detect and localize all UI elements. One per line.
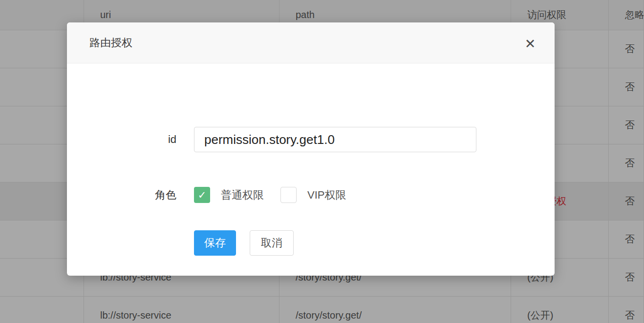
dialog-body: id 角色 ✓ 普通权限 VIP权限 保存 取消 bbox=[67, 63, 555, 275]
checkbox-vip-permission[interactable] bbox=[280, 187, 297, 203]
save-button[interactable]: 保存 bbox=[194, 230, 236, 256]
form-row-role: 角色 ✓ 普通权限 VIP权限 bbox=[67, 187, 555, 203]
checkbox-normal-permission-label[interactable]: 普通权限 bbox=[221, 188, 264, 202]
role-label: 角色 bbox=[67, 187, 176, 203]
role-options: ✓ 普通权限 VIP权限 bbox=[194, 187, 363, 203]
route-authorization-dialog: 路由授权 ✕ id 角色 ✓ 普通权限 VIP权限 保存 取消 bbox=[67, 22, 555, 276]
close-icon[interactable]: ✕ bbox=[519, 33, 541, 55]
cancel-button[interactable]: 取消 bbox=[250, 230, 294, 256]
dialog-title: 路由授权 bbox=[89, 22, 132, 63]
check-icon: ✓ bbox=[198, 190, 207, 200]
id-input[interactable] bbox=[194, 127, 476, 152]
checkbox-normal-permission[interactable]: ✓ bbox=[194, 187, 210, 203]
dialog-header: 路由授权 ✕ bbox=[67, 22, 555, 63]
dialog-actions: 保存 取消 bbox=[194, 230, 294, 256]
form-row-id: id bbox=[67, 127, 555, 152]
id-label: id bbox=[67, 127, 176, 152]
checkbox-vip-permission-label[interactable]: VIP权限 bbox=[307, 188, 346, 202]
